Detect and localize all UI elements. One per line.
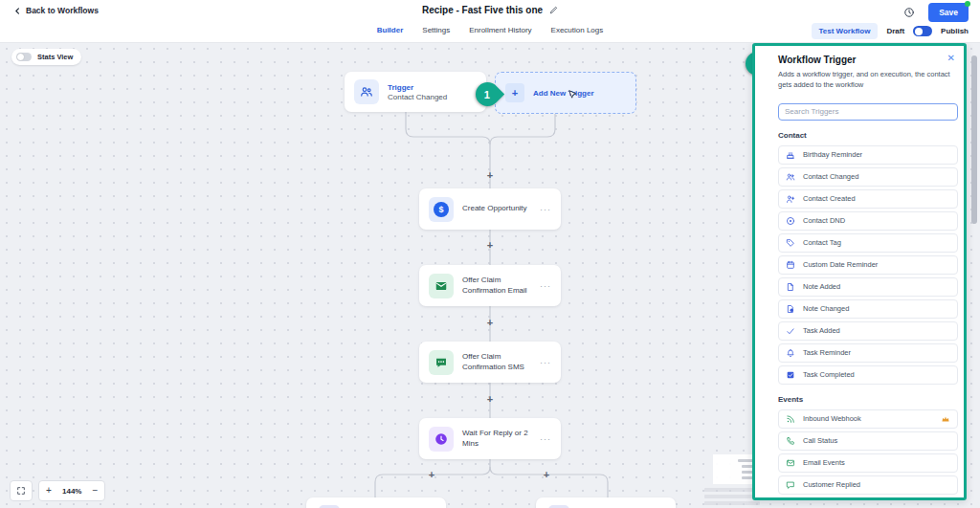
cursor-icon xyxy=(567,89,579,101)
node-create-opportunity[interactable]: $ Create Opportunity ··· xyxy=(419,188,561,230)
trigger-option-label: Contact DND xyxy=(803,216,845,225)
save-button[interactable]: Save xyxy=(928,3,969,22)
circle-dot-icon xyxy=(786,216,795,226)
node-menu-icon[interactable]: ··· xyxy=(540,358,551,367)
tab-settings[interactable]: Settings xyxy=(422,26,450,34)
user-plus-icon xyxy=(786,194,795,204)
node-wait[interactable]: Wait For Reply or 2 Mins ··· xyxy=(419,418,561,459)
trigger-option-custom-date-reminder[interactable]: Custom Date Reminder xyxy=(778,255,958,275)
publish-label: Publish xyxy=(941,27,969,35)
tag-icon xyxy=(786,238,795,248)
node-branch-left[interactable] xyxy=(306,497,446,508)
workflow-title: Recipe - Fast Five this one xyxy=(0,5,980,15)
node-menu-icon[interactable]: ··· xyxy=(540,205,551,214)
fit-to-screen-icon xyxy=(16,486,26,496)
trigger-option-note-added[interactable]: Note Added xyxy=(778,277,958,297)
trigger-option-label: Contact Tag xyxy=(803,238,841,247)
node-label: Offer Claim Confirmation SMS xyxy=(462,352,531,372)
trigger-option-label: Task Added xyxy=(803,326,840,335)
add-step-button[interactable]: + xyxy=(484,317,496,328)
toggle-knob xyxy=(915,28,923,35)
add-step-button[interactable]: + xyxy=(541,469,552,480)
phone-icon xyxy=(786,436,795,446)
stats-toggle-switch[interactable] xyxy=(16,53,32,61)
add-new-trigger-label: Add New Trigger xyxy=(533,89,594,98)
task-completed-icon xyxy=(786,370,795,380)
trigger-option-note-changed[interactable]: Note Changed xyxy=(778,299,958,319)
stats-view-label: Stats View xyxy=(37,53,73,61)
publish-toggle[interactable] xyxy=(913,26,932,36)
note-changed-icon xyxy=(786,304,795,314)
mail-icon xyxy=(786,458,795,468)
trigger-option-customer-replied[interactable]: Customer Replied xyxy=(778,475,958,495)
save-status-dot xyxy=(965,1,970,7)
panel-title: Workflow Trigger xyxy=(778,55,958,65)
tab-enrollment-history[interactable]: Enrollment History xyxy=(469,26,531,34)
trigger-option-label: Custom Date Reminder xyxy=(803,260,878,269)
test-workflow-button[interactable]: Test Workflow xyxy=(812,23,879,39)
check-icon xyxy=(786,326,795,336)
trigger-option-task-reminder[interactable]: Task Reminder xyxy=(778,343,958,363)
email-icon xyxy=(429,274,454,298)
vertical-scrollbar[interactable] xyxy=(971,55,977,224)
clock-icon xyxy=(429,427,454,452)
node-branch-right[interactable] xyxy=(536,497,676,508)
crown-icon xyxy=(941,414,950,424)
section-label: Contact xyxy=(778,131,958,140)
workflow-trigger-panel: ✕ Workflow Trigger Adds a workflow trigg… xyxy=(752,43,967,500)
users-icon xyxy=(354,79,379,104)
save-label: Save xyxy=(939,8,958,17)
zoom-controls: + 144% − xyxy=(10,480,105,501)
add-step-button[interactable]: + xyxy=(484,239,496,251)
zoom-level: 144% xyxy=(58,487,85,496)
trigger-option-label: Inbound Webhook xyxy=(803,414,861,423)
plus-icon: + xyxy=(505,83,524,102)
trigger-node-title: Trigger xyxy=(388,83,447,92)
node-trigger[interactable]: Trigger Contact Changed xyxy=(345,72,486,112)
search-triggers-input[interactable] xyxy=(778,103,958,121)
workflow-canvas[interactable]: + + + + + + Stats View Trigger Contact C… xyxy=(0,42,980,508)
trigger-option-label: Customer Replied xyxy=(803,480,860,489)
trigger-option-form-submitted[interactable]: Form Submitted xyxy=(778,497,958,501)
trigger-option-inbound-webhook[interactable]: Inbound Webhook xyxy=(778,409,958,429)
trigger-node-subtitle: Contact Changed xyxy=(388,93,447,101)
node-label: Create Opportunity xyxy=(462,204,527,213)
users-icon xyxy=(786,172,795,182)
node-menu-icon[interactable]: ··· xyxy=(540,434,551,444)
tab-builder[interactable]: Builder xyxy=(377,26,404,34)
stats-view-toggle[interactable]: Stats View xyxy=(11,49,81,65)
opportunity-dollar-icon: $ xyxy=(429,197,454,222)
node-email[interactable]: Offer Claim Confirmation Email ··· xyxy=(419,265,561,306)
trigger-option-birthday-reminder[interactable]: Birthday Reminder xyxy=(778,145,958,165)
trigger-option-email-events[interactable]: Email Events xyxy=(778,453,958,473)
trigger-option-call-status[interactable]: Call Status xyxy=(778,431,958,451)
trigger-option-contact-tag[interactable]: Contact Tag xyxy=(778,233,958,253)
add-step-button[interactable]: + xyxy=(484,169,496,181)
trigger-option-contact-dnd[interactable]: Contact DND xyxy=(778,211,958,231)
page-title: Recipe - Fast Five this one xyxy=(422,5,543,15)
node-menu-icon[interactable]: ··· xyxy=(540,281,551,291)
add-step-button[interactable]: + xyxy=(426,469,437,480)
zoom-in-button[interactable]: + xyxy=(39,481,58,500)
trigger-option-label: Email Events xyxy=(803,458,845,467)
fit-to-screen-button[interactable] xyxy=(10,480,33,501)
edit-icon[interactable] xyxy=(549,6,558,14)
trigger-option-label: Contact Changed xyxy=(803,172,858,181)
section-label: Events xyxy=(778,395,958,404)
trigger-option-task-completed[interactable]: Task Completed xyxy=(778,365,958,385)
zoom-out-button[interactable]: − xyxy=(85,481,104,500)
calendar-icon xyxy=(786,260,795,270)
node-sms[interactable]: Offer Claim Confirmation SMS ··· xyxy=(419,342,561,383)
history-icon[interactable] xyxy=(903,7,915,18)
tab-execution-logs[interactable]: Execution Logs xyxy=(551,26,604,34)
trigger-option-label: Task Completed xyxy=(803,370,855,379)
add-step-button[interactable]: + xyxy=(484,393,496,405)
trigger-option-label: Call Status xyxy=(803,436,837,445)
panel-description: Adds a workflow trigger, and on executio… xyxy=(778,69,956,91)
trigger-option-contact-changed[interactable]: Contact Changed xyxy=(778,167,958,187)
add-new-trigger-button[interactable]: + Add New Trigger xyxy=(495,72,636,114)
trigger-option-task-added[interactable]: Task Added xyxy=(778,321,958,341)
trigger-option-contact-created[interactable]: Contact Created xyxy=(778,189,958,209)
trigger-option-label: Note Changed xyxy=(803,304,849,313)
close-icon[interactable]: ✕ xyxy=(947,54,955,63)
